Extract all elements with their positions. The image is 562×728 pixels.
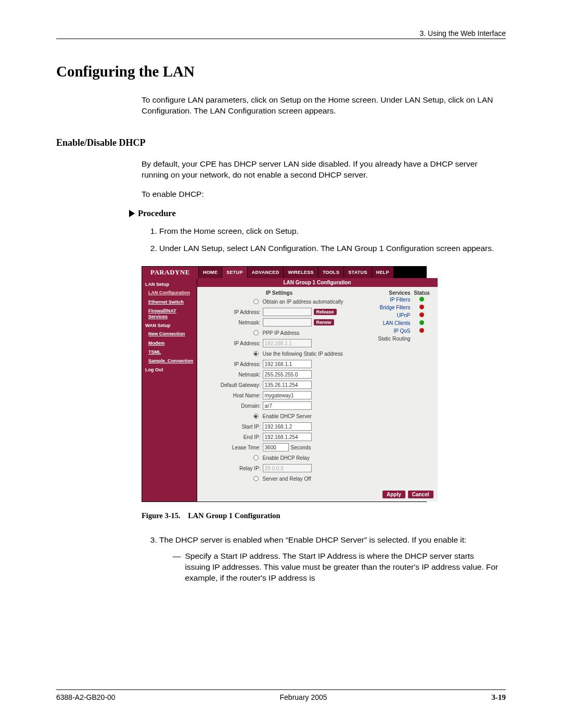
triangle-right-icon	[129, 210, 135, 217]
input-default-gw[interactable]: 135.26.11.254	[263, 381, 312, 389]
procedure-step-3: The DHCP server is enabled when “Enable …	[159, 535, 506, 584]
chapter-header: 3. Using the Web Interface	[56, 29, 506, 39]
services-column: Services Status IP Filters Bridge Filter…	[357, 290, 433, 484]
status-heading: Status	[411, 290, 433, 296]
sidebar-item-tsml[interactable]: TSML	[142, 348, 197, 357]
service-bridge-filters[interactable]: Bridge Filters	[368, 304, 411, 311]
radio-dhcp-server-label: Enable DHCP Server	[263, 413, 312, 419]
radio-dhcp-relay[interactable]	[253, 455, 259, 460]
label-ip-address-ppp: IP Address:	[201, 341, 263, 346]
input-ip-address-1[interactable]	[263, 308, 312, 316]
sidebar-item-sample[interactable]: Sample_Connection	[142, 357, 197, 366]
tab-wireless[interactable]: WIRELESS	[284, 267, 318, 278]
label-seconds: Seconds	[291, 445, 311, 450]
footer-page-number: 3-19	[491, 693, 506, 702]
panel-title: LAN Group 1 Configuration	[197, 278, 438, 287]
radio-dhcp-server[interactable]	[253, 413, 259, 419]
tab-help[interactable]: HELP	[372, 267, 394, 278]
label-static-netmask: Netmask:	[201, 372, 263, 378]
input-static-netmask[interactable]: 255.255.255.0	[263, 370, 312, 379]
ip-settings-heading: IP Settings	[201, 290, 357, 296]
input-netmask-1[interactable]	[263, 318, 312, 327]
label-netmask-1: Netmask:	[201, 320, 263, 325]
services-heading: Services	[368, 290, 411, 296]
radio-static-ip-label: Use the following Static IP address	[263, 351, 343, 357]
service-lan-clients[interactable]: LAN Clients	[368, 319, 411, 327]
tab-filler	[394, 267, 426, 278]
apply-button[interactable]: Apply	[382, 491, 405, 498]
sidebar-heading-wan: WAN Setup	[142, 321, 197, 330]
procedure-step-1: From the Home screen, click on Setup.	[159, 226, 506, 237]
status-dot-icon	[419, 312, 424, 317]
tab-tools[interactable]: TOOLS	[318, 267, 344, 278]
release-button[interactable]: Release	[314, 309, 337, 315]
figure-caption: Figure 3-15. LAN Group 1 Configuration	[142, 511, 506, 520]
intro-paragraph: To configure LAN parameters, click on Se…	[142, 95, 506, 117]
top-tabs: HOME SETUP ADVANCED WIRELESS TOOLS STATU…	[199, 267, 426, 278]
procedure-step-2: Under LAN Setup, select LAN Configuratio…	[159, 243, 506, 254]
page-title-h1: Configuring the LAN	[56, 63, 506, 80]
label-domain: Domain:	[201, 403, 263, 409]
radio-dhcp-relay-label: Enable DHCP Relay	[263, 455, 310, 461]
procedure-heading: Procedure	[129, 208, 506, 219]
input-domain[interactable]: ar7	[263, 401, 312, 410]
tab-status[interactable]: STATUS	[344, 267, 372, 278]
procedure-list: From the Home screen, click on Setup. Un…	[159, 226, 506, 254]
input-start-ip[interactable]: 192.168.1.2	[263, 422, 312, 431]
radio-ppp-ip-label: PPP IP Address	[263, 330, 300, 336]
status-dot-icon	[419, 328, 424, 333]
service-static-routing: Static Routing	[368, 335, 411, 343]
sidebar-item-firewall[interactable]: Firewall/NAT Services	[142, 307, 197, 322]
sidebar-item-ethernet[interactable]: Ethernet Switch	[142, 298, 197, 307]
figure-screenshot: PARADYNE HOME SETUP ADVANCED WIRELESS TO…	[142, 266, 427, 502]
cancel-button[interactable]: Cancel	[408, 491, 433, 498]
input-static-ip[interactable]: 192.168.1.1	[263, 360, 312, 368]
label-relay-ip: Relay IP:	[201, 466, 263, 471]
input-ip-address-ppp[interactable]: 192.168.1.1	[263, 339, 312, 347]
dash-icon: —	[173, 551, 181, 584]
main-panel: LAN Group 1 Configuration IP Settings Ob…	[197, 278, 438, 501]
label-ip-address-1: IP Address:	[201, 309, 263, 315]
service-upnp[interactable]: UPnP	[368, 311, 411, 319]
label-lease-time: Lease Time:	[201, 445, 263, 450]
sidebar-item-new-connection[interactable]: New Connection	[142, 330, 197, 338]
status-dot-icon	[419, 320, 424, 325]
section-heading-dhcp: Enable/Disable DHCP	[56, 137, 506, 148]
dhcp-paragraph-1: By default, your CPE has DHCP server LAN…	[142, 159, 506, 181]
page-footer: 6388-A2-GB20-00 February 2005 3-19	[56, 689, 506, 702]
radio-server-relay-off[interactable]	[253, 476, 259, 481]
sidebar-logout[interactable]: Log Out	[142, 366, 197, 374]
sidebar-heading-lan: LAN Setup	[142, 280, 197, 288]
radio-auto-ip[interactable]	[253, 299, 259, 304]
footer-doc-id: 6388-A2-GB20-00	[56, 693, 116, 702]
sub-bullet-1: — Specify a Start IP address. The Start …	[173, 551, 501, 584]
service-ip-qos[interactable]: IP QoS	[368, 327, 411, 335]
procedure-label: Procedure	[138, 208, 176, 219]
dhcp-paragraph-2: To enable DHCP:	[142, 189, 506, 200]
step-3-text: The DHCP server is enabled when “Enable …	[159, 535, 466, 544]
label-end-ip: End IP:	[201, 434, 263, 440]
label-host-name: Host Name:	[201, 393, 263, 398]
status-dot-icon	[419, 305, 424, 309]
radio-auto-ip-label: Obtain an IP address automatically	[263, 299, 343, 305]
service-ip-filters[interactable]: IP Filters	[368, 296, 411, 304]
tab-setup[interactable]: SETUP	[222, 267, 248, 278]
sidebar: LAN Setup LAN Configuration Ethernet Swi…	[142, 278, 197, 501]
label-default-gw: Default Gateway:	[201, 382, 263, 388]
label-static-ip: IP Address:	[201, 361, 263, 367]
renew-button[interactable]: Renew	[314, 319, 334, 325]
brand-logo: PARADYNE	[142, 267, 199, 278]
ip-settings-column: IP Settings Obtain an IP address automat…	[201, 290, 357, 484]
input-host-name[interactable]: mygateway1	[263, 391, 312, 399]
footer-date: February 2005	[280, 693, 327, 702]
procedure-list-continued: The DHCP server is enabled when “Enable …	[159, 535, 506, 584]
sidebar-item-modem[interactable]: Modem	[142, 339, 197, 348]
input-end-ip[interactable]: 192.168.1.254	[263, 433, 312, 441]
tab-advanced[interactable]: ADVANCED	[248, 267, 284, 278]
input-relay-ip[interactable]: 20.0.0.3	[263, 464, 312, 472]
radio-ppp-ip[interactable]	[253, 330, 259, 335]
sidebar-item-lan-config[interactable]: LAN Configuration	[142, 288, 197, 297]
input-lease-time[interactable]: 3600	[263, 443, 289, 451]
tab-home[interactable]: HOME	[199, 267, 222, 278]
radio-static-ip[interactable]	[253, 351, 259, 356]
